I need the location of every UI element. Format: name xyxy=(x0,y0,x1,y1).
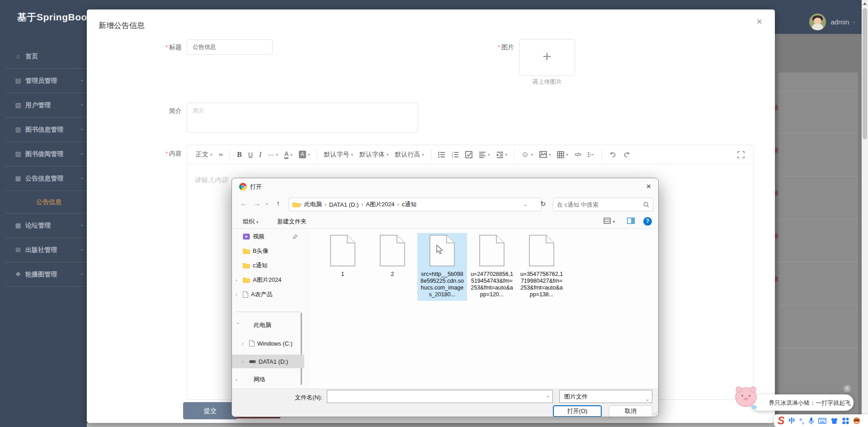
sidebar-item-carousel-mgmt[interactable]: ❖ 轮播图管理 › xyxy=(0,262,99,286)
new-folder-button[interactable]: 新建文件夹 xyxy=(277,218,307,226)
voice-input-icon[interactable] xyxy=(808,417,814,425)
sidebar-item-publisher-mgmt[interactable]: ⊞ 出版社管理 › xyxy=(0,237,99,262)
address-bar[interactable]: › 此电脑 › DATA1 (D:) › A图片2024 › c通知 xyxy=(288,198,542,211)
sidebar-item-admin-mgmt[interactable]: ▤ 管理员管理 › xyxy=(0,68,99,93)
tree-item-c-notice[interactable]: c通知 xyxy=(232,259,304,272)
file-item-src-sohucs-selected[interactable]: src=http__5b0988e595225.cdn.sohucs.com_i… xyxy=(417,233,467,301)
dialog-close-icon[interactable]: × xyxy=(646,182,651,191)
indent-icon[interactable]: ▾ xyxy=(493,148,511,161)
sogou-logo[interactable]: S xyxy=(778,415,784,427)
divider-icon[interactable] xyxy=(584,148,598,161)
sidebar-item-home[interactable]: ⌂ 首页 xyxy=(0,44,99,68)
toolbox-icon[interactable] xyxy=(842,418,849,424)
breadcrumb-c-notice[interactable]: c通知 xyxy=(399,200,420,209)
sidebar-item-book-borrow-mgmt[interactable]: ▨ 图书借阅管理 › xyxy=(0,142,99,166)
font-size-select[interactable]: 默认字号▾ xyxy=(321,148,356,161)
skin-icon[interactable] xyxy=(830,418,838,424)
open-button[interactable]: 打开(O) xyxy=(553,405,602,417)
bg-color-icon[interactable]: A▾ xyxy=(296,148,313,161)
file-item-u3547756762[interactable]: u=3547756762,1719980427&fm=253&fmt=auto&… xyxy=(517,233,566,301)
line-height-select[interactable]: 默认行高▾ xyxy=(392,148,427,161)
ime-toolbar[interactable]: S 中 °, xyxy=(774,414,868,427)
breadcrumb-pictures-2024[interactable]: A图片2024 xyxy=(363,200,397,209)
tree-item-network[interactable]: › 网络 xyxy=(232,373,304,386)
nav-history-icon[interactable]: › xyxy=(264,203,270,205)
address-dropdown-icon[interactable]: › xyxy=(523,204,528,206)
chevron-right-icon[interactable]: › xyxy=(846,399,848,406)
filename-dropdown-icon[interactable]: › xyxy=(546,396,551,397)
filename-input[interactable] xyxy=(330,392,538,401)
insert-table-icon[interactable]: ▾ xyxy=(554,148,571,161)
preview-pane-button[interactable] xyxy=(627,218,635,225)
nav-up-icon[interactable]: ↑ xyxy=(276,199,280,208)
chinese-english-toggle[interactable]: 中 xyxy=(788,417,795,425)
chevron-right-icon[interactable]: › xyxy=(236,292,241,297)
organize-button[interactable]: 组织▾ xyxy=(243,218,259,226)
font-color-icon[interactable]: A▾ xyxy=(281,148,296,161)
soft-keyboard-icon[interactable] xyxy=(818,418,826,424)
font-family-select[interactable]: 默认字体▾ xyxy=(356,148,392,161)
ordered-list-icon[interactable]: 123 xyxy=(448,148,462,161)
avatar[interactable] xyxy=(809,14,826,30)
help-icon[interactable]: ? xyxy=(643,217,652,226)
title-input[interactable] xyxy=(187,39,273,55)
sidebar-item-user-mgmt[interactable]: ▧ 用户管理 › xyxy=(0,93,99,117)
chevron-right-icon[interactable]: › xyxy=(242,341,247,346)
modal-close-icon[interactable]: × xyxy=(756,17,762,27)
file-item-u2477028856[interactable]: u=2477028856,1519454743&fm=253&fmt=auto&… xyxy=(467,233,517,301)
tree-item-pictures-2024[interactable]: › A图片2024 xyxy=(232,273,304,287)
breadcrumb-this-pc[interactable]: 此电脑 xyxy=(302,200,325,209)
sidebar-item-notice-mgmt[interactable]: ▦ 公告信息管理 › xyxy=(0,166,99,190)
tree-item-windows-c[interactable]: › Windows (C:) xyxy=(232,337,304,350)
resize-grip[interactable] xyxy=(653,411,657,416)
submit-button[interactable]: 提交 xyxy=(183,402,237,419)
intro-textarea[interactable] xyxy=(187,103,418,133)
insert-image-icon[interactable]: ▾ xyxy=(536,148,554,161)
breadcrumb-drive-d[interactable]: DATA1 (D:) xyxy=(326,201,361,208)
notification-bubble[interactable]: 养只冰淇淋小猪：一打字就起飞 › xyxy=(751,394,854,411)
file-item-1[interactable]: 1 xyxy=(318,233,368,280)
sidebar-subitem-notice-info-active[interactable]: 公告信息 xyxy=(0,190,99,213)
search-input[interactable] xyxy=(557,200,638,209)
file-item-2[interactable]: 2 xyxy=(368,233,417,280)
chevron-right-icon[interactable]: › xyxy=(236,377,241,382)
notification-close-icon[interactable]: × xyxy=(844,385,851,392)
nav-back-icon[interactable]: ← xyxy=(240,199,247,208)
tree-item-b-avatars[interactable]: B头像 xyxy=(232,244,304,258)
tree-item-videos[interactable]: 视频 xyxy=(232,230,304,243)
filetype-select[interactable]: 图片文件 › xyxy=(559,390,652,403)
view-mode-button[interactable]: ▾ xyxy=(604,218,615,224)
undo-icon[interactable] xyxy=(605,148,620,161)
chevron-right-icon[interactable]: › xyxy=(242,359,247,364)
emoji-input-icon[interactable] xyxy=(853,417,860,424)
todo-list-icon[interactable] xyxy=(462,148,476,161)
tree-item-a-produce[interactable]: › A农产品 xyxy=(232,288,304,301)
more-styles-icon[interactable]: ⋯▾ xyxy=(264,148,281,161)
bold-icon[interactable]: B xyxy=(234,148,245,161)
italic-icon[interactable]: I xyxy=(256,148,264,161)
bullet-list-icon[interactable] xyxy=(435,148,448,161)
scrollbar-up-arrow[interactable] xyxy=(863,2,867,5)
dialog-titlebar[interactable]: 打开 × xyxy=(232,178,658,195)
emoji-icon[interactable]: ☺▾ xyxy=(518,148,536,161)
tree-item-data1-d-selected[interactable]: › DATA1 (D:) xyxy=(232,355,304,368)
chevron-down-icon[interactable]: › xyxy=(236,323,241,328)
chevron-right-icon[interactable]: › xyxy=(236,277,241,283)
sidebar-item-book-info-mgmt[interactable]: ▥ 图书信息管理 › xyxy=(0,117,99,142)
punctuation-toggle[interactable]: °, xyxy=(799,417,804,425)
fullscreen-icon[interactable] xyxy=(734,148,748,161)
cancel-button[interactable]: 取消 xyxy=(609,405,652,417)
search-box[interactable] xyxy=(553,198,653,211)
align-icon[interactable]: ▾ xyxy=(476,148,493,161)
nav-forward-icon[interactable]: → xyxy=(254,199,261,208)
sidebar-item-forum-mgmt[interactable]: ▩ 论坛管理 › xyxy=(0,213,99,237)
page-scrollbar[interactable] xyxy=(862,0,868,427)
tree-item-this-pc[interactable]: › 此电脑 xyxy=(232,318,304,332)
refresh-icon[interactable]: ↻ xyxy=(540,200,546,208)
image-upload-box[interactable]: + xyxy=(519,39,575,76)
user-menu[interactable]: admin › xyxy=(809,14,855,30)
blockquote-icon[interactable]: ” xyxy=(216,148,226,161)
code-block-icon[interactable]: </> xyxy=(571,148,584,161)
underline-icon[interactable]: U xyxy=(245,148,256,161)
redo-icon[interactable] xyxy=(620,148,634,161)
